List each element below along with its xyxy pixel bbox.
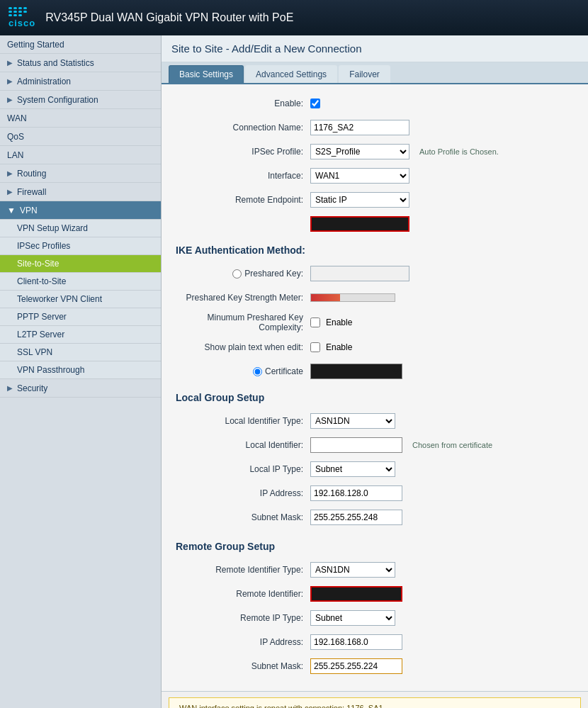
remote-ip-type-select[interactable]: Subnet (310, 610, 395, 626)
sidebar-label: IPSec Profiles (17, 241, 70, 251)
show-plain-text-enable-label: Enable (326, 342, 352, 352)
local-group-title: Local Group Setup (176, 392, 574, 405)
sidebar-item-vpn[interactable]: ▼ VPN (0, 201, 161, 220)
page-title: Site to Site - Add/Edit a New Connection (162, 35, 588, 62)
remote-endpoint-label: Remote Endpoint: (176, 195, 310, 205)
interface-select[interactable]: WAN1 (310, 168, 409, 184)
enable-checkbox[interactable] (310, 99, 320, 108)
strength-meter-row: Preshared Key Strength Meter: (176, 288, 574, 307)
sidebar-item-ipsec-profiles[interactable]: IPSec Profiles (0, 237, 161, 255)
sidebar-item-client-to-site[interactable]: Client-to-Site (0, 273, 161, 291)
local-id-note: Chosen from certificate (412, 441, 492, 449)
sidebar-item-vpn-passthrough[interactable]: VPN Passthrough (0, 361, 161, 379)
local-ip-address-input[interactable] (310, 485, 402, 501)
sidebar-item-wan[interactable]: WAN (0, 109, 161, 128)
local-ip-address-row: IP Address: (176, 484, 574, 502)
remote-ip-address-input[interactable] (310, 634, 402, 650)
sidebar-item-lan[interactable]: LAN (0, 146, 161, 164)
ipsec-profile-note: Auto Profile is Chosen. (419, 147, 499, 156)
local-id-type-select[interactable]: ASN1DN (310, 413, 395, 429)
expand-icon: ▶ (7, 169, 13, 177)
sidebar-item-l2tp-server[interactable]: L2TP Server (0, 326, 161, 344)
preshared-key-row: Preshared Key: (176, 264, 574, 283)
sidebar: Getting Started ▶ Status and Statistics … (0, 35, 162, 708)
interface-control: WAN1 (310, 168, 409, 184)
remote-ip-address-control (310, 634, 402, 650)
remote-id-row: Remote Identifier: (176, 585, 574, 603)
interface-label: Interface: (176, 171, 310, 181)
sidebar-item-pptp-server[interactable]: PPTP Server (0, 308, 161, 326)
sidebar-item-firewall[interactable]: ▶ Firewall (0, 183, 161, 201)
sidebar-label: WAN (7, 113, 27, 123)
expand-icon: ▶ (7, 59, 13, 67)
remote-id-input[interactable] (310, 586, 402, 602)
remote-endpoint-row: Remote Endpoint: Static IP (176, 191, 574, 209)
ipsec-profile-control: S2S_Profile Auto Profile is Chosen. (310, 144, 499, 159)
show-plain-text-row: Show plain text when edit: Enable (176, 338, 574, 356)
remote-group-title: Remote Group Setup (176, 541, 574, 554)
tab-advanced-settings[interactable]: Advanced Settings (245, 65, 337, 83)
preshared-key-input[interactable] (310, 266, 409, 281)
main-layout: Getting Started ▶ Status and Statistics … (0, 35, 588, 708)
local-subnet-mask-control (310, 510, 402, 525)
sidebar-label: Firewall (17, 187, 46, 197)
connection-name-input[interactable] (310, 120, 409, 135)
expand-icon: ▶ (7, 384, 13, 392)
remote-ip-type-control: Subnet (310, 610, 395, 626)
preshared-key-label: Preshared Key: (244, 269, 303, 279)
strength-meter-label: Preshared Key Strength Meter: (176, 293, 310, 303)
sidebar-item-system-configuration[interactable]: ▶ System Configuration (0, 91, 161, 109)
remote-endpoint-ip-input[interactable] (310, 216, 409, 232)
preshared-key-control (310, 266, 409, 281)
sidebar-item-site-to-site[interactable]: Site-to-Site (0, 255, 161, 273)
remote-endpoint-ip-control (310, 216, 409, 232)
ipsec-profile-select[interactable]: S2S_Profile (310, 144, 409, 159)
remote-id-type-select[interactable]: ASN1DN (310, 562, 395, 578)
remote-subnet-mask-input[interactable] (310, 658, 402, 674)
enable-row: Enable: (176, 94, 574, 113)
ike-section-title: IKE Authentication Method: (176, 245, 574, 257)
sidebar-item-ssl-vpn[interactable]: SSL VPN (0, 344, 161, 361)
ipsec-profile-row: IPSec Profile: S2S_Profile Auto Profile … (176, 142, 574, 161)
sidebar-item-administration[interactable]: ▶ Administration (0, 72, 161, 91)
sidebar-item-security[interactable]: ▶ Security (0, 379, 161, 398)
remote-endpoint-select[interactable]: Static IP (310, 192, 409, 208)
sidebar-item-getting-started[interactable]: Getting Started (0, 35, 161, 54)
preshared-key-radio[interactable] (232, 269, 242, 279)
expand-icon: ▼ (7, 206, 16, 215)
sidebar-item-status-statistics[interactable]: ▶ Status and Statistics (0, 54, 161, 72)
sidebar-label: QoS (7, 132, 24, 142)
sidebar-label: Getting Started (7, 40, 64, 50)
certificate-control (310, 364, 402, 379)
sidebar-item-vpn-setup-wizard[interactable]: VPN Setup Wizard (0, 220, 161, 237)
sidebar-item-teleworker-vpn-client[interactable]: Teleworker VPN Client (0, 291, 161, 308)
min-complexity-checkbox[interactable] (310, 318, 320, 327)
remote-subnet-mask-control (310, 658, 402, 674)
remote-id-type-row: Remote Identifier Type: ASN1DN (176, 561, 574, 579)
remote-subnet-mask-row: Subnet Mask: (176, 657, 574, 675)
app-title: RV345P Dual WAN Gigabit VPN Router with … (45, 11, 293, 24)
local-id-input[interactable] (310, 437, 402, 453)
local-ip-type-select[interactable]: Subnet (310, 461, 395, 477)
remote-endpoint-ip-row (176, 215, 574, 233)
min-complexity-control: Enable (310, 318, 352, 327)
remote-ip-address-row: IP Address: (176, 633, 574, 651)
tab-failover[interactable]: Failover (339, 65, 390, 83)
sidebar-label: PPTP Server (17, 312, 67, 322)
certificate-select[interactable] (310, 364, 402, 379)
local-id-row: Local Identifier: Chosen from certificat… (176, 436, 574, 454)
sidebar-item-qos[interactable]: QoS (0, 128, 161, 146)
show-plain-text-label: Show plain text when edit: (176, 342, 310, 352)
tab-basic-settings[interactable]: Basic Settings (169, 65, 244, 83)
cisco-brand: cisco (9, 18, 35, 28)
connection-name-row: Connection Name: (176, 118, 574, 137)
footer-area: WAN interface setting is repeat with con… (162, 691, 588, 708)
certificate-radio[interactable] (253, 367, 262, 376)
sidebar-item-routing[interactable]: ▶ Routing (0, 164, 161, 183)
min-complexity-enable-label: Enable (326, 318, 352, 327)
show-plain-text-control: Enable (310, 342, 352, 352)
local-subnet-mask-input[interactable] (310, 510, 402, 525)
show-plain-text-checkbox[interactable] (310, 342, 320, 352)
strength-meter-control (310, 293, 395, 302)
local-id-label: Local Identifier: (176, 440, 310, 450)
